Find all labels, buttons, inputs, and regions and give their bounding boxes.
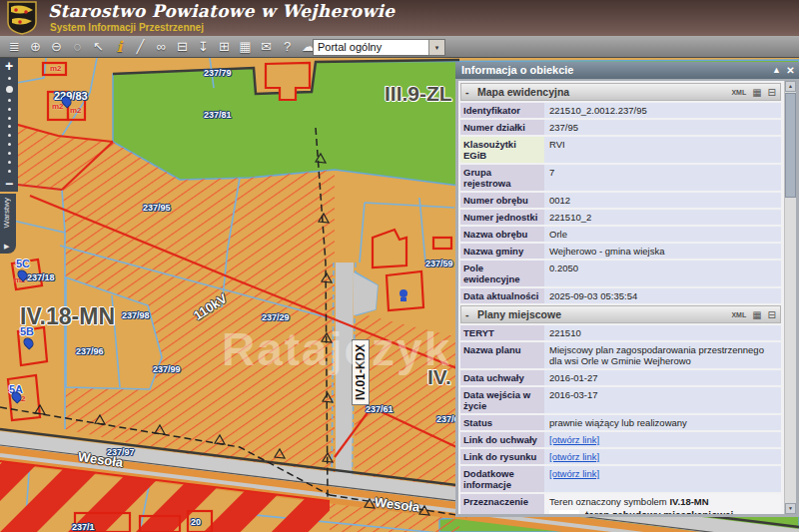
table-row: Numer jednostki221510_2 [460,210,781,225]
portal-select[interactable]: Portal ogólny ▾ [313,39,445,56]
zoom-slider-handle[interactable] [6,86,13,93]
parcel-label: 237/29 [262,312,290,322]
panel-body: - Mapa ewidencyjna XML ▦ ⊟ Identyfikator… [455,79,799,517]
xml-export-icon[interactable]: XML [731,311,746,318]
parcel-label: 20 [191,517,201,527]
xml-export-icon[interactable]: XML [731,89,746,96]
zoom-out-icon[interactable]: ⊖ [46,38,67,56]
section-title: Mapa ewidencyjna [477,86,569,98]
open-resolution-link[interactable]: [otwórz link] [549,434,599,445]
table-row: Link do rysunku[otwórz link] [460,449,781,464]
destination-content: Teren oznaczony symbolem IV.18-MN MN ter… [544,494,781,517]
measure-icon[interactable]: ╱ [130,38,151,56]
app-title: Starostwo Powiatowe w Wejherowie [48,1,395,21]
table-row: Dodatkowe informacje[otwórz link] [460,466,781,492]
main-toolbar: ≣ ⊕ ⊖ ◌ ↖ i ╱ ∞ ⊟ ↧ ⊞ ▦ ✉ ? ☁ ⚙ ⛁ ◭ Port… [0,36,799,58]
layers-panel-tab[interactable]: Warstwy ▶ [0,194,16,254]
panel-titlebar: Informacja o obiekcie ▲ ✕ [455,62,799,79]
app-header: Starostwo Powiatowe w Wejherowie System … [0,0,799,36]
scroll-up-arrow[interactable]: ▲ [785,81,796,92]
table-row: Nazwa planuMiejscowy plan zagospodarowan… [460,342,781,368]
panels-icon[interactable]: ▦ [235,38,256,56]
destination-intro: Teren oznaczony symbolem IV.18-MN [549,496,776,507]
print-icon[interactable]: ⊟ [172,38,193,56]
map-zoom-out-button[interactable]: − [5,176,13,192]
collapse-icon: - [465,308,477,320]
parcel-label: 237/79 [204,68,232,78]
print-section-icon[interactable]: ⊟ [768,309,776,320]
unit-label: m2 [50,64,62,73]
parcel-label: 237/81 [204,110,232,120]
app-subtitle: System Informacji Przestrzennej [50,22,204,33]
table-view-icon[interactable]: ▦ [752,87,761,98]
parcel-label: 237/98 [122,310,150,320]
scrollbar-thumb[interactable] [785,93,796,198]
parcel-label: 237/18 [27,272,55,282]
layers-icon[interactable]: ≣ [4,38,25,56]
zoom-slider[interactable] [6,74,13,176]
print-section-icon[interactable]: ⊟ [768,87,776,98]
object-info-panel: Informacja o obiekcie ▲ ✕ - Mapa ewidenc… [455,62,799,517]
table-row: Identyfikator221510_2.0012.237/95 [460,103,781,118]
table-row: Nazwa gminyWejherowo - gmina wiejska [460,244,781,259]
parcel-label: 237/96 [76,346,104,356]
parcel-label: 237/1 [72,522,95,532]
scroll-down-arrow[interactable]: ▼ [785,503,796,514]
collapse-icon: - [465,86,477,98]
table-row: TERYT221510 [460,325,781,340]
zone-label: III.9-ZL [385,82,452,106]
chevron-right-icon: ▶ [4,243,9,251]
panel-close-button[interactable]: ✕ [784,62,797,79]
building-label: 5C [16,258,30,269]
coat-of-arms-logo [7,1,37,35]
help-icon[interactable]: ? [277,38,298,56]
open-drawing-link[interactable]: [otwórz link] [549,451,599,462]
additional-info-link[interactable]: [otwórz link] [549,468,599,479]
table-row: Klasoużytki EGiBRVI [460,137,781,163]
destination-row: Przeznaczenie Teren oznaczony symbolem I… [460,494,781,517]
unit-label: m2 [70,106,82,115]
table-row: Numer działki237/95 [460,120,781,135]
map-zoom-in-button[interactable]: + [5,58,13,74]
table-row: Data aktualności2025-09-03 05:35:54 [460,288,781,303]
panel-scrollbar[interactable]: ▲ ▼ [784,81,796,514]
watermark: Ratajczyk [222,322,451,376]
table-view-icon[interactable]: ▦ [752,309,761,320]
table-row: Data wejścia w życie2016-03-17 [460,387,781,413]
building-label: 5B [20,325,34,337]
download-icon[interactable]: ↧ [193,38,214,56]
chevron-down-icon: ▾ [428,40,444,55]
panel-minimize-button[interactable]: ▲ [770,62,783,79]
zoom-in-icon[interactable]: ⊕ [25,38,46,56]
pointer-icon[interactable]: ↖ [88,38,109,56]
table-row: Numer obrębu0012 [460,193,781,208]
parcel-label: 237/61 [366,404,394,414]
copy-icon[interactable]: ⊞ [214,38,235,56]
link-icon[interactable]: ∞ [151,38,172,56]
parcel-label: 237/59 [425,259,453,268]
parcel-label: 237/99 [153,364,181,374]
panel-title: Informacja o obiekcie [461,64,573,76]
zone-symbol-icon: MN [549,510,579,517]
comment-icon[interactable]: ✉ [256,38,277,56]
select-area-icon[interactable]: ◌ [67,38,88,56]
map-zoombar: + − [0,58,18,192]
section-header-mapa-ewidencyjna[interactable]: - Mapa ewidencyjna XML ▦ ⊟ [460,83,781,101]
portal-select-value: Portal ogólny [318,41,382,53]
destination-title: teren zabudowy mieszkaniowej jednorodzin… [585,510,776,517]
parcel-label: 237/95 [143,203,171,213]
section-title: Plany miejscowe [477,308,561,320]
zone-label: IV.18-MN [20,303,115,330]
info-icon[interactable]: i [109,38,130,56]
table-row: Data uchwały2016-01-27 [460,370,781,385]
table-row: Grupa rejestrowa7 [460,165,781,191]
table-row: Statusprawnie wiążący lub realizowany [460,415,781,430]
table-row: Nazwa obrębuOrle [460,227,781,242]
table-row: Pole ewidencyjne0.2050 [460,261,781,286]
section-header-plany-miejscowe[interactable]: - Plany miejscowe XML ▦ ⊟ [460,305,781,323]
table-row: Link do uchwały[otwórz link] [460,432,781,447]
layers-tab-label: Warstwy [2,198,11,228]
